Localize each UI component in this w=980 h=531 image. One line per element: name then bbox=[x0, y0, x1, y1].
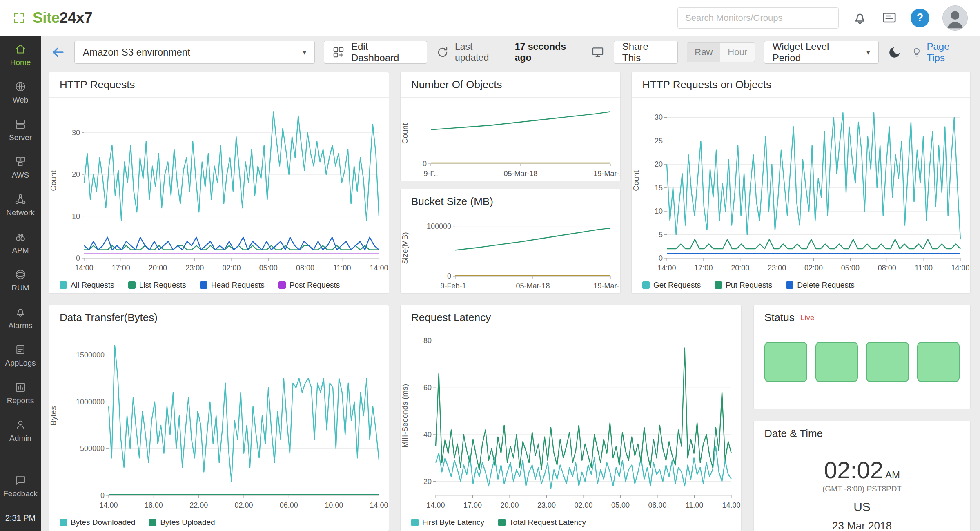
svg-text:14:00: 14:00 bbox=[99, 501, 118, 509]
panel-title: HTTP Requests on Objects bbox=[632, 72, 970, 98]
sidebar-item-label: RUM bbox=[11, 283, 29, 292]
page-tips-button[interactable]: Page Tips bbox=[911, 41, 970, 64]
svg-text:02:00: 02:00 bbox=[574, 501, 592, 509]
svg-text:19-Mar-18: 19-Mar-18 bbox=[593, 170, 620, 178]
svg-text:19-Mar-18: 19-Mar-18 bbox=[593, 282, 620, 290]
dark-mode-moon-icon[interactable] bbox=[888, 45, 902, 59]
back-arrow-icon[interactable] bbox=[51, 45, 65, 60]
legend-swatch bbox=[149, 519, 156, 526]
notifications-bell-icon[interactable] bbox=[852, 10, 868, 26]
svg-text:14:00: 14:00 bbox=[951, 264, 969, 272]
chevron-down-icon: ▾ bbox=[866, 48, 870, 57]
sidebar-item-alarms[interactable]: Alarms bbox=[0, 299, 41, 337]
svg-text:11:00: 11:00 bbox=[915, 264, 933, 272]
status-monitor-tile[interactable] bbox=[815, 342, 858, 382]
dashboard-select[interactable]: Amazon S3 environment ▾ bbox=[74, 41, 315, 64]
share-this-label: Share This bbox=[622, 41, 669, 64]
status-monitor-tile[interactable] bbox=[866, 342, 909, 382]
present-screen-icon[interactable] bbox=[591, 45, 605, 59]
svg-text:80: 80 bbox=[423, 337, 432, 345]
legend-label: First Byte Latency bbox=[422, 518, 484, 527]
sidebar-item-feedback[interactable]: Feedback bbox=[0, 467, 41, 505]
svg-text:14:00: 14:00 bbox=[426, 501, 445, 509]
timezone-label: (GMT -8:00) PST8PDT bbox=[822, 484, 902, 493]
last-updated-prefix: Last updated bbox=[455, 41, 509, 63]
svg-text:05:00: 05:00 bbox=[611, 501, 630, 509]
legend-item[interactable]: Bytes Downloaded bbox=[60, 518, 135, 527]
help-icon[interactable]: ? bbox=[911, 9, 929, 27]
user-avatar[interactable] bbox=[942, 5, 968, 31]
svg-text:20: 20 bbox=[423, 477, 432, 486]
sidebar-item-applogs[interactable]: AppLogs bbox=[0, 337, 41, 374]
sidebar-item-label: Admin bbox=[9, 434, 31, 443]
chart-legend: First Byte LatencyTotal Request Latency bbox=[401, 513, 741, 531]
legend-swatch bbox=[60, 281, 67, 289]
legend-item[interactable]: Get Requests bbox=[642, 281, 701, 290]
hour-toggle-option[interactable]: Hour bbox=[720, 43, 755, 62]
request-latency-chart: 2040608014:0017:0020:0023:0002:0005:0008… bbox=[401, 330, 741, 513]
widget-level-period-select[interactable]: Widget Level Period ▾ bbox=[764, 41, 879, 64]
svg-text:22:00: 22:00 bbox=[189, 501, 208, 509]
sidebar-item-admin[interactable]: Admin bbox=[0, 412, 41, 449]
sidebar-item-apm[interactable]: APM bbox=[0, 224, 41, 261]
region-label: US bbox=[853, 500, 871, 514]
svg-text:0: 0 bbox=[423, 160, 427, 168]
svg-text:30: 30 bbox=[72, 129, 80, 137]
raw-toggle-option[interactable]: Raw bbox=[687, 43, 720, 62]
time-value: 02:02 bbox=[824, 456, 883, 484]
svg-text:02:00: 02:00 bbox=[804, 264, 823, 272]
chevron-down-icon: ▾ bbox=[303, 48, 306, 57]
sidebar-item-aws[interactable]: AWS bbox=[0, 149, 41, 186]
svg-text:10: 10 bbox=[72, 212, 80, 221]
svg-text:500000: 500000 bbox=[80, 444, 105, 453]
status-monitor-tile[interactable] bbox=[917, 342, 960, 382]
sidebar-item-server[interactable]: Server bbox=[0, 111, 41, 149]
legend-item[interactable]: Put Requests bbox=[715, 281, 772, 290]
share-this-button[interactable]: Share This bbox=[614, 41, 678, 64]
admin-person-icon bbox=[14, 419, 27, 431]
legend-label: All Requests bbox=[71, 281, 114, 290]
legend-item[interactable]: All Requests bbox=[60, 281, 114, 290]
sidebar-item-rum[interactable]: RUM bbox=[0, 261, 41, 299]
legend-item[interactable]: Total Request Latency bbox=[498, 518, 586, 527]
panel-title: Data Transfer(Bytes) bbox=[49, 305, 389, 330]
legend-item[interactable]: Delete Requests bbox=[786, 281, 854, 290]
svg-text:05:00: 05:00 bbox=[841, 264, 860, 272]
edit-dashboard-button[interactable]: Edit Dashboard bbox=[324, 41, 427, 64]
sidebar-item-network[interactable]: Network bbox=[0, 186, 41, 224]
page-tips-label: Page Tips bbox=[927, 41, 970, 64]
svg-text:11:00: 11:00 bbox=[333, 264, 351, 272]
legend-item[interactable]: Head Requests bbox=[200, 281, 265, 290]
svg-text:0: 0 bbox=[447, 272, 451, 280]
legend-item[interactable]: Bytes Uploaded bbox=[149, 518, 215, 527]
bell-icon bbox=[14, 306, 27, 318]
sidebar-item-web[interactable]: Web bbox=[0, 74, 41, 111]
svg-text:0: 0 bbox=[659, 254, 663, 262]
status-tiles bbox=[754, 330, 970, 393]
expand-icon[interactable] bbox=[12, 11, 26, 25]
panel-data-transfer: Data Transfer(Bytes) 0500000100000015000… bbox=[49, 305, 389, 531]
svg-text:02:00: 02:00 bbox=[234, 501, 253, 509]
svg-text:1500000: 1500000 bbox=[76, 351, 105, 359]
network-icon bbox=[14, 193, 27, 205]
aws-icon bbox=[14, 156, 27, 168]
sidebar-item-reports[interactable]: Reports bbox=[0, 374, 41, 412]
number-of-objects-chart: 09-F..05-Mar-1819-Mar-18Count bbox=[401, 98, 620, 181]
legend-item[interactable]: Post Requests bbox=[278, 281, 340, 290]
legend-item[interactable]: List Requests bbox=[128, 281, 186, 290]
status-monitor-tile[interactable] bbox=[764, 342, 807, 382]
refresh-icon[interactable] bbox=[436, 46, 449, 59]
announcements-icon[interactable] bbox=[881, 10, 898, 26]
chart-legend: All RequestsList RequestsHead RequestsPo… bbox=[49, 276, 389, 294]
search-input[interactable] bbox=[677, 7, 839, 29]
sidebar-item-home[interactable]: Home bbox=[0, 36, 41, 74]
svg-text:14:00: 14:00 bbox=[75, 264, 93, 272]
date-label: 23 Mar 2018 bbox=[832, 520, 892, 531]
svg-text:10: 10 bbox=[655, 207, 663, 215]
svg-text:20: 20 bbox=[72, 170, 80, 178]
svg-text:17:00: 17:00 bbox=[694, 264, 713, 272]
legend-item[interactable]: First Byte Latency bbox=[411, 518, 484, 527]
svg-text:02:00: 02:00 bbox=[222, 264, 241, 272]
svg-text:05:00: 05:00 bbox=[259, 264, 278, 272]
edit-dashboard-grid-icon bbox=[332, 46, 345, 58]
